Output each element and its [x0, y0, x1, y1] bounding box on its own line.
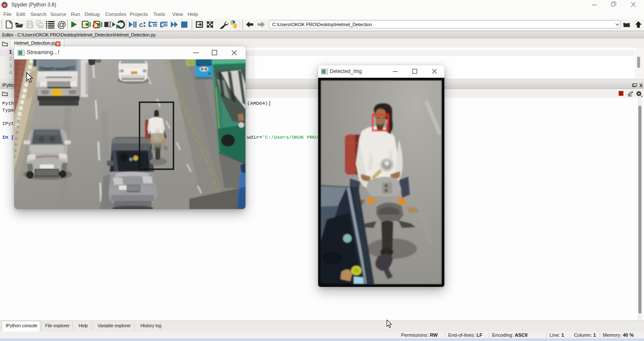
- svg-text:@: @: [57, 20, 66, 29]
- svg-text:c: c: [139, 21, 143, 28]
